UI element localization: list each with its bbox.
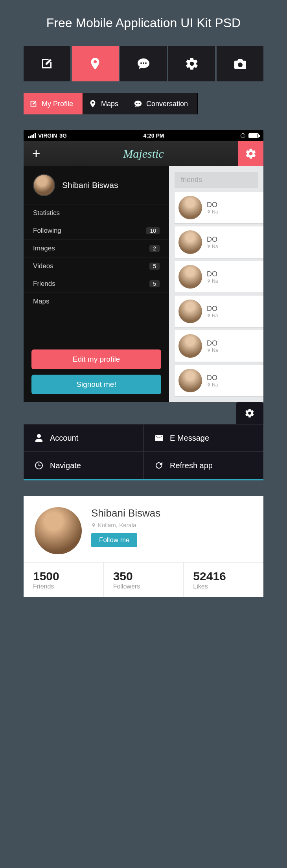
friend-location: Na	[207, 313, 218, 318]
friend-card[interactable]: DONa	[175, 226, 263, 258]
action-account[interactable]: Account	[24, 424, 144, 452]
friend-card[interactable]: DONa	[175, 330, 263, 362]
friend-location: Na	[207, 278, 218, 284]
status-bar: VIRGIN 3G 4:20 PM	[24, 130, 263, 141]
action-label: Navigate	[50, 461, 81, 470]
location-button[interactable]	[72, 46, 119, 81]
stat-label: Friends	[33, 583, 94, 590]
carrier-label: VIRGIN	[38, 132, 57, 139]
add-button[interactable]: +	[24, 141, 49, 166]
search-input[interactable]: friends	[175, 172, 258, 188]
chat-icon	[136, 57, 151, 71]
friend-location: Na	[207, 348, 218, 353]
pin-icon	[207, 210, 211, 214]
action-navigate[interactable]: Navigate	[24, 452, 144, 479]
tab-label: Maps	[101, 100, 118, 108]
sidebar-item-maps[interactable]: Maps	[24, 292, 169, 310]
tab-label: Conversation	[146, 100, 188, 108]
tab-conversation[interactable]: Conversation	[128, 93, 198, 114]
friend-card[interactable]: DONa	[175, 192, 263, 223]
friend-card[interactable]: DONa	[175, 296, 263, 327]
sidebar: Shibani Biswas Statistics Following10 Im…	[24, 166, 169, 402]
stat-label: Followers	[113, 583, 174, 590]
stat-likes[interactable]: 52416Likes	[184, 563, 263, 597]
page-title: Free Mobile Application UI Kit PSD	[24, 16, 263, 30]
stat-followers[interactable]: 350Followers	[104, 563, 184, 597]
sidebar-item-statistics[interactable]: Statistics	[24, 204, 169, 222]
app-header: + Majestic	[24, 141, 263, 166]
action-grid: Account E Message Navigate Refresh app	[24, 424, 263, 480]
gear-icon	[245, 148, 257, 160]
friend-location: Na	[207, 244, 218, 249]
sidebar-item-label: Following	[33, 227, 61, 235]
tab-label: My Profile	[42, 100, 73, 108]
action-emessage[interactable]: E Message	[144, 424, 263, 452]
friend-location: Na	[207, 209, 218, 215]
user-icon	[34, 433, 44, 443]
settings-button[interactable]	[168, 46, 215, 81]
grid-settings-tab[interactable]	[236, 402, 263, 424]
network-label: 3G	[59, 132, 67, 139]
gear-icon	[185, 57, 199, 71]
sidebar-item-images[interactable]: Images2	[24, 239, 169, 257]
pin-icon	[207, 383, 211, 387]
user-name: Shibani Biswas	[62, 180, 118, 190]
action-label: Account	[50, 434, 78, 443]
tab-my-profile[interactable]: My Profile	[24, 93, 83, 114]
friend-name: DO	[207, 201, 218, 209]
battery-icon	[248, 133, 259, 138]
stat-friends[interactable]: 1500Friends	[24, 563, 104, 597]
avatar	[178, 334, 202, 358]
phone-mockup: VIRGIN 3G 4:20 PM + Majestic Shibani Bis…	[24, 130, 263, 402]
sidebar-item-label: Statistics	[33, 209, 60, 217]
signout-button[interactable]: Signout me!	[31, 375, 161, 394]
friend-name: DO	[207, 235, 218, 244]
action-refresh[interactable]: Refresh app	[144, 452, 263, 479]
compose-button[interactable]	[24, 46, 70, 81]
settings-button[interactable]	[238, 141, 263, 166]
avatar	[178, 300, 202, 323]
edit-icon	[29, 99, 38, 108]
sidebar-item-following[interactable]: Following10	[24, 222, 169, 239]
stat-number: 1500	[33, 570, 94, 583]
action-label: E Message	[170, 434, 209, 443]
stat-number: 350	[113, 570, 174, 583]
friend-name: DO	[207, 270, 218, 278]
friend-name: DO	[207, 339, 218, 348]
sidebar-item-friends[interactable]: Friends5	[24, 275, 169, 292]
friends-pane: friends DONa DONa DONa DONa DONa DONa	[169, 166, 263, 402]
sidebar-item-label: Videos	[33, 262, 53, 270]
sidebar-item-label: Maps	[33, 298, 50, 305]
pin-icon	[207, 314, 211, 318]
profile-name: Shibani Biswas	[91, 507, 160, 519]
pin-icon	[207, 348, 211, 352]
tab-maps[interactable]: Maps	[83, 93, 128, 114]
avatar	[178, 196, 202, 219]
friend-name: DO	[207, 305, 218, 313]
pin-icon	[207, 245, 211, 248]
pin-icon	[207, 279, 211, 283]
nav-tabs: My Profile Maps Conversation	[24, 93, 263, 114]
sidebar-item-label: Friends	[33, 280, 55, 288]
edit-profile-button[interactable]: Edit my profile	[31, 349, 161, 369]
avatar	[33, 174, 55, 196]
sidebar-item-label: Images	[33, 245, 55, 252]
stat-label: Likes	[193, 583, 254, 590]
count-badge: 2	[149, 245, 160, 252]
sidebar-menu: Statistics Following10 Images2 Videos5 F…	[24, 204, 169, 310]
mail-icon	[154, 433, 164, 443]
profile-location: Kollam, Kerala	[91, 522, 160, 528]
count-badge: 5	[149, 263, 160, 270]
target-icon	[34, 461, 44, 470]
sidebar-profile[interactable]: Shibani Biswas	[24, 166, 169, 204]
avatar	[35, 507, 82, 554]
sidebar-item-videos[interactable]: Videos5	[24, 257, 169, 275]
follow-button[interactable]: Follow me	[91, 533, 137, 547]
chat-button[interactable]	[120, 46, 167, 81]
friend-card[interactable]: DONa	[175, 261, 263, 292]
friend-card[interactable]: DONa	[175, 365, 263, 396]
avatar	[178, 369, 202, 392]
clock-label: 4:20 PM	[144, 132, 164, 139]
camera-button[interactable]	[217, 46, 263, 81]
pin-icon	[91, 523, 96, 528]
